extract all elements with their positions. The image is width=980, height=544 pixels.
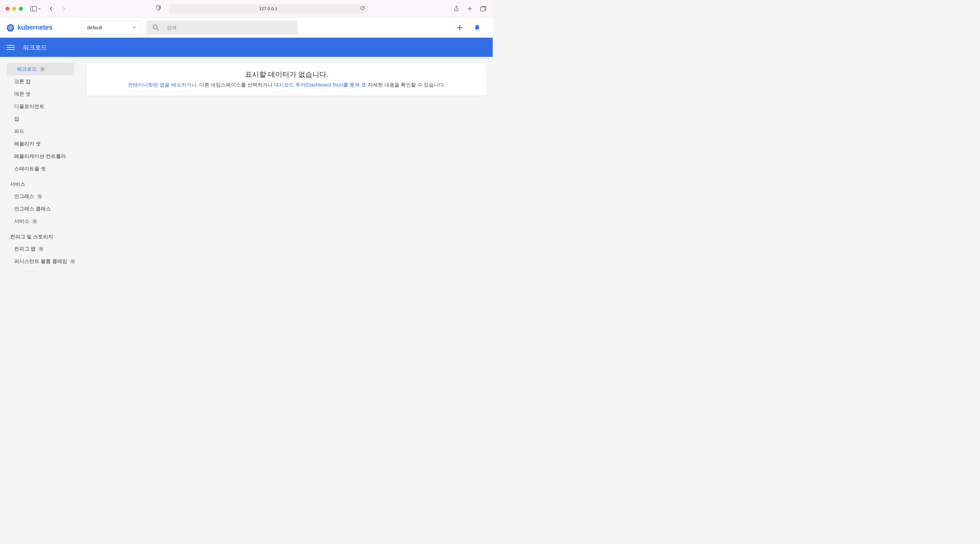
notifications-button[interactable] (473, 24, 481, 32)
svg-line-13 (157, 29, 159, 30)
share-button[interactable] (452, 5, 460, 13)
sidebar-item-deployments[interactable]: 디플로이먼트 (0, 100, 81, 113)
window-minimize-button[interactable] (12, 7, 16, 11)
sidebar-item-workloads[interactable]: 워크로드 N (7, 63, 74, 75)
sidebar-item-daemonsets[interactable]: 데몬 셋 (0, 88, 81, 100)
sidebar-item-replication-controllers[interactable]: 레플리케이션 컨트롤러 (0, 150, 81, 162)
browser-forward-button[interactable] (60, 5, 68, 13)
chevron-down-icon (38, 7, 41, 10)
tabs-overview-button[interactable] (479, 5, 487, 13)
dashboard-tour-link[interactable]: 대시보드 투어(Dashboard Tour)를 통해 (274, 82, 360, 87)
search-input[interactable] (167, 25, 292, 30)
url-text: 127.0.0.1 (259, 6, 277, 11)
url-bar[interactable]: 127.0.0.1 (169, 4, 368, 13)
search-icon (153, 24, 159, 31)
sidebar-item-label: 크론 잡 (14, 78, 30, 85)
breadcrumb-bar: 워크로드 (0, 38, 493, 57)
sidebar-item-label: 레플리케이션 컨트롤러 (14, 153, 66, 159)
refresh-icon[interactable] (360, 6, 365, 11)
window-close-button[interactable] (5, 7, 10, 11)
namespace-value: default (87, 25, 102, 30)
sidebar-item-pods[interactable]: 파드 (0, 125, 81, 138)
main-content: 표시할 데이터가 없습니다. 컨테이너화된 앱을 배포하거나, 다른 네임스페이… (81, 57, 493, 272)
sidebar-item-ingress-classes[interactable]: 인그레스 클래스 (0, 203, 81, 215)
search-box[interactable] (146, 21, 298, 35)
browser-back-button[interactable] (47, 5, 55, 13)
sidebar-item-secrets[interactable]: 시크릿 N (0, 267, 81, 272)
sidebar-item-services[interactable]: 서비스 N (0, 215, 81, 227)
empty-state-title: 표시할 데이터가 없습니다. (94, 70, 480, 79)
svg-point-12 (153, 25, 157, 29)
n-badge: N (40, 67, 45, 72)
sidebar-item-label: 스테이트풀 셋 (14, 165, 46, 172)
sidebar-item-label: 디플로이먼트 (14, 103, 45, 110)
sidebar-item-statefulsets[interactable]: 스테이트풀 셋 (0, 162, 81, 175)
sidebar: 워크로드 N 크론 잡 데몬 셋 디플로이먼트 잡 파드 레플리카 셋 레플리케… (0, 57, 81, 272)
sidebar-item-label: 퍼시스턴트 볼륨 클레임 (14, 258, 67, 265)
n-badge: N (38, 247, 44, 252)
browser-chrome: 127.0.0.1 (0, 0, 493, 17)
sidebar-item-label: 레플리카 셋 (14, 141, 41, 147)
external-link-icon (362, 83, 366, 88)
n-badge: N (32, 271, 37, 272)
sidebar-section-config[interactable]: 컨피그 및 스토리지 (0, 230, 81, 243)
sidebar-section-service[interactable]: 서비스 (0, 177, 81, 190)
sidebar-item-ingresses[interactable]: 인그레스 N (0, 190, 81, 203)
sidebar-item-label: 잡 (14, 116, 19, 122)
sidebar-item-pvc[interactable]: 퍼시스턴트 볼륨 클레임 N (0, 255, 81, 267)
new-tab-button[interactable] (466, 5, 474, 13)
n-badge: N (37, 194, 42, 199)
create-resource-button[interactable] (456, 24, 464, 32)
svg-rect-0 (30, 6, 37, 11)
sidebar-item-jobs[interactable]: 잡 (0, 113, 81, 125)
page-title: 워크로드 (23, 43, 47, 51)
empty-state-subtitle: 컨테이너화된 앱을 배포하거나, 다른 네임스페이스를 선택하거나 대시보드 투… (94, 82, 480, 88)
sidebar-item-label: 컨피그 맵 (14, 246, 36, 252)
sidebar-item-label: 시크릿 (14, 270, 29, 272)
n-badge: N (32, 219, 37, 224)
sidebar-item-label: 파드 (14, 128, 24, 135)
dropdown-arrow-icon (133, 27, 136, 29)
svg-rect-2 (480, 7, 485, 11)
sidebar-item-label: 데몬 셋 (14, 91, 30, 97)
sidebar-item-replicasets[interactable]: 레플리카 셋 (0, 138, 81, 150)
app-header: kubernetes default (0, 17, 493, 38)
privacy-shield-icon[interactable] (156, 5, 162, 13)
sidebar-item-cronjobs[interactable]: 크론 잡 (0, 75, 81, 88)
sidebar-item-label: 서비스 (14, 218, 29, 224)
kubernetes-logo[interactable]: kubernetes (6, 23, 52, 32)
sidebar-item-label: 워크로드 (17, 66, 37, 72)
n-badge: N (70, 259, 75, 264)
browser-sidebar-button[interactable] (30, 6, 41, 11)
sidebar-item-configmaps[interactable]: 컨피그 맵 N (0, 243, 81, 255)
namespace-selector[interactable]: default (82, 21, 141, 34)
sidebar-item-label: 인그레스 (14, 193, 34, 200)
sidebar-item-label: 인그레스 클래스 (14, 206, 51, 212)
deploy-app-link[interactable]: 컨테이너화된 앱을 배포하거나, (128, 82, 197, 87)
empty-state-card: 표시할 데이터가 없습니다. 컨테이너화된 앱을 배포하거나, 다른 네임스페이… (87, 64, 487, 95)
logo-text: kubernetes (18, 24, 52, 31)
window-maximize-button[interactable] (19, 7, 23, 11)
menu-toggle-button[interactable] (7, 43, 15, 51)
k8s-heptagon-icon (6, 23, 15, 32)
traffic-lights (5, 7, 23, 11)
